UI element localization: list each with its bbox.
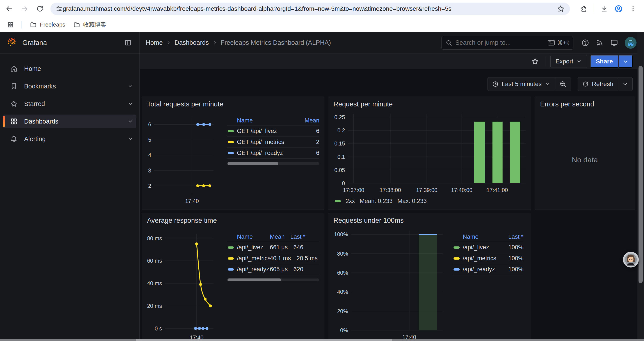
export-button[interactable]: Export: [550, 55, 587, 68]
legend-scrollbar[interactable]: [227, 162, 319, 165]
time-range-picker[interactable]: Last 5 minutes: [488, 78, 555, 91]
kiosk-mode-button[interactable]: [608, 37, 620, 49]
actions-divider: [546, 57, 546, 66]
forward-button[interactable]: [18, 3, 31, 15]
help-button[interactable]: [579, 37, 592, 49]
legend-header-name[interactable]: Name: [227, 117, 293, 124]
search-field[interactable]: [455, 39, 548, 46]
zoom-out-button[interactable]: [555, 78, 571, 91]
legend-row[interactable]: /api/_readyz 605 µs 620: [227, 264, 319, 275]
legend-row[interactable]: GET /api/_metrics 2: [227, 137, 319, 148]
horizontal-scrollbar[interactable]: [0, 339, 644, 341]
extensions-button[interactable]: [578, 3, 590, 15]
search-input[interactable]: ⌘+k: [442, 36, 574, 50]
bookmark-folder-freeleaps[interactable]: Freeleaps: [26, 20, 69, 30]
share-button[interactable]: Share: [590, 55, 618, 68]
refresh-icon: [582, 81, 589, 87]
refresh-button[interactable]: Refresh: [578, 78, 618, 91]
export-label: Export: [556, 58, 573, 65]
avg-response-chart[interactable]: 80 ms60 ms40 ms20 ms0 s17:40: [146, 227, 221, 341]
share-split-button: Share: [590, 55, 632, 68]
svg-text:80 ms: 80 ms: [147, 235, 162, 241]
legend-row[interactable]: /api/_livez 100%: [453, 242, 524, 253]
legend-header-last[interactable]: Last *: [285, 233, 319, 240]
chevron-down-icon: [545, 81, 550, 87]
legend-mean: Mean: 0.233: [360, 198, 392, 204]
bell-icon: [8, 133, 20, 145]
legend-scrollbar[interactable]: [227, 278, 319, 281]
svg-text:17:40:00: 17:40:00: [451, 187, 472, 193]
profile-button[interactable]: [612, 3, 625, 15]
sidebar-item-dashboards[interactable]: Dashboards: [3, 115, 136, 128]
series-color-pill: [335, 200, 341, 202]
refresh-interval-button[interactable]: [618, 78, 632, 91]
legend-row[interactable]: /api/_livez 661 µs 646: [227, 242, 319, 253]
panel-title[interactable]: Request per minute: [328, 97, 531, 110]
legend-header-mean[interactable]: Mean: [293, 117, 319, 124]
breadcrumb-dashboards[interactable]: Dashboards: [174, 39, 209, 46]
apps-button[interactable]: [4, 19, 17, 31]
under-100ms-chart[interactable]: 100%80%60%40%20%0%17:40: [332, 227, 446, 341]
news-button[interactable]: [594, 37, 606, 49]
dashboard-actions-row: Export Share: [140, 54, 644, 69]
vertical-scrollbar-thumb[interactable]: [638, 66, 643, 283]
back-icon: [6, 5, 13, 13]
legend-header-name[interactable]: Name: [453, 233, 499, 240]
chevron-right-icon: [212, 40, 217, 45]
url-text[interactable]: grafana.mathmast.com/d/deytv4rwavabkb/fr…: [63, 5, 557, 12]
help-icon: [581, 39, 589, 47]
panel-title[interactable]: Requests under 100ms: [328, 213, 531, 226]
site-settings-icon[interactable]: [56, 5, 63, 12]
sidebar-item-bookmarks[interactable]: Bookmarks: [3, 80, 136, 93]
favorite-dashboard-button[interactable]: [529, 55, 541, 68]
breadcrumb-home[interactable]: Home: [146, 39, 163, 46]
reload-button[interactable]: [34, 3, 46, 15]
legend-row[interactable]: GET /api/_readyz 6: [227, 148, 319, 159]
legend-header-mean[interactable]: Mean: [270, 233, 285, 240]
legend-row[interactable]: /api/_readyz 100%: [453, 264, 524, 275]
sidebar-item-starred[interactable]: Starred: [3, 97, 136, 111]
legend-row[interactable]: GET /api/_livez 6: [227, 126, 319, 137]
series-name[interactable]: 2xx: [346, 198, 355, 204]
time-range-label: Last 5 minutes: [502, 81, 542, 88]
downloads-button[interactable]: [598, 3, 610, 15]
panel-title[interactable]: Average response time: [142, 213, 324, 226]
refresh-group: Refresh: [578, 77, 632, 91]
chevron-down-icon[interactable]: [128, 83, 133, 89]
legend-table: Name Mean GET /api/_livez 6 GET /api/_me…: [227, 116, 319, 210]
dock-menu-button[interactable]: [122, 37, 134, 49]
series-color-pill: [228, 246, 234, 249]
user-avatar[interactable]: [625, 37, 636, 49]
request-per-minute-chart[interactable]: 0.250.20.150.10.05017:37:0017:38:0017:39…: [332, 111, 527, 195]
legend-header-last[interactable]: Last *: [499, 233, 524, 240]
vertical-scrollbar-track[interactable]: [638, 32, 644, 339]
total-requests-chart[interactable]: 6543217:40: [146, 111, 221, 206]
browser-menu-button[interactable]: [627, 3, 639, 15]
url-bar[interactable]: grafana.mathmast.com/d/deytv4rwavabkb/fr…: [50, 3, 570, 15]
bookmark-folder-blogs[interactable]: 收藏博客: [69, 19, 110, 30]
profile-icon: [614, 5, 623, 13]
svg-text:4: 4: [148, 152, 151, 158]
svg-text:0.05: 0.05: [334, 167, 345, 173]
legend-row[interactable]: /api/_metrics 100%: [453, 253, 524, 264]
back-button[interactable]: [3, 3, 15, 15]
chevron-down-icon[interactable]: [128, 119, 133, 124]
sidebar-item-label: Starred: [24, 100, 128, 108]
grafana-logo[interactable]: [6, 37, 17, 48]
chevron-down-icon[interactable]: [128, 101, 133, 107]
panel-title[interactable]: Total requests per minute: [142, 97, 324, 110]
sidebar-item-home[interactable]: Home: [3, 62, 136, 76]
chevron-down-icon[interactable]: [128, 136, 133, 142]
share-menu-button[interactable]: [618, 55, 632, 68]
sidebar-item-alerting[interactable]: Alerting: [3, 132, 136, 146]
user-avatar-image: [625, 37, 636, 49]
series-color-pill: [454, 268, 460, 270]
bookmark-star-icon[interactable]: [557, 5, 565, 13]
apps-grid-icon: [7, 22, 14, 28]
panel-title[interactable]: Errors per second: [535, 97, 635, 110]
legend-header-name[interactable]: Name: [227, 233, 270, 240]
legend-row[interactable]: /api/_metrics 40.1 ms 20.5 ms: [227, 253, 319, 264]
assistant-avatar[interactable]: [623, 252, 639, 267]
chevron-right-icon: [166, 40, 171, 45]
svg-text:17:38:00: 17:38:00: [380, 187, 401, 193]
